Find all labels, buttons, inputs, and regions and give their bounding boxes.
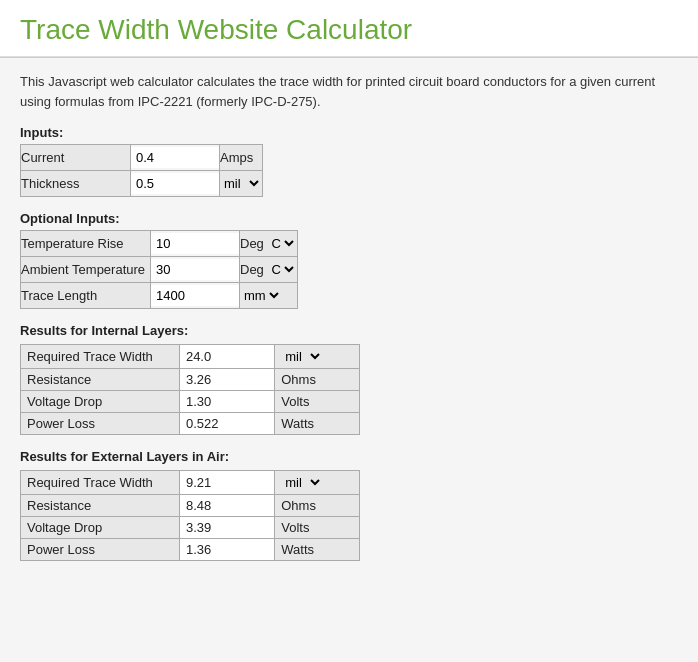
external-trace-width-label: Required Trace Width (21, 471, 180, 495)
internal-trace-width-unit-select[interactable]: mil mm in (281, 348, 323, 365)
result-row-internal-voltage-drop: Voltage Drop 1.30 Volts (21, 391, 360, 413)
ambient-temp-label: Ambient Temperature (21, 257, 151, 283)
ambient-temp-input[interactable] (151, 259, 239, 280)
page-title: Trace Width Website Calculator (20, 14, 678, 46)
input-row-trace-length: Trace Length mm cm m in ft (21, 283, 298, 309)
external-power-loss-value: 1.36 (179, 539, 274, 561)
optional-inputs-label: Optional Inputs: (20, 211, 678, 226)
thickness-input[interactable] (131, 173, 219, 194)
internal-voltage-drop-value: 1.30 (179, 391, 274, 413)
internal-voltage-drop-label: Voltage Drop (21, 391, 180, 413)
internal-resistance-label: Resistance (21, 369, 180, 391)
inputs-label: Inputs: (20, 125, 678, 140)
result-row-external-voltage-drop: Voltage Drop 3.39 Volts (21, 517, 360, 539)
internal-power-loss-label: Power Loss (21, 413, 180, 435)
current-input-cell (131, 145, 220, 171)
trace-length-input[interactable] (151, 285, 239, 306)
input-row-thickness: Thickness mil oz mm (21, 171, 263, 197)
internal-voltage-drop-unit: Volts (275, 391, 360, 413)
result-row-internal-trace-width: Required Trace Width 24.0 mil mm in (21, 345, 360, 369)
internal-results-table: Required Trace Width 24.0 mil mm in Resi… (20, 344, 360, 435)
input-row-ambient-temp: Ambient Temperature Deg C F (21, 257, 298, 283)
ambient-temp-input-cell (151, 257, 240, 283)
current-unit: Amps (220, 145, 263, 171)
result-row-external-resistance: Resistance 8.48 Ohms (21, 495, 360, 517)
trace-length-unit-cell[interactable]: mm cm m in ft (240, 283, 298, 309)
thickness-label: Thickness (21, 171, 131, 197)
thickness-unit-cell[interactable]: mil oz mm (220, 171, 263, 197)
temp-rise-input-cell (151, 231, 240, 257)
external-resistance-unit: Ohms (275, 495, 360, 517)
external-resistance-value: 8.48 (179, 495, 274, 517)
content: This Javascript web calculator calculate… (0, 58, 698, 585)
temp-rise-input[interactable] (151, 233, 239, 254)
internal-trace-width-unit[interactable]: mil mm in (275, 345, 360, 369)
current-input[interactable] (131, 147, 219, 168)
page-wrapper: Trace Width Website Calculator This Java… (0, 0, 698, 662)
internal-resistance-unit: Ohms (275, 369, 360, 391)
description: This Javascript web calculator calculate… (20, 72, 678, 111)
external-trace-width-unit[interactable]: mil mm in (275, 471, 360, 495)
external-voltage-drop-unit: Volts (275, 517, 360, 539)
trace-length-label: Trace Length (21, 283, 151, 309)
internal-resistance-value: 3.26 (179, 369, 274, 391)
external-results-table: Required Trace Width 9.21 mil mm in Resi… (20, 470, 360, 561)
temp-rise-label: Temperature Rise (21, 231, 151, 257)
external-trace-width-value: 9.21 (179, 471, 274, 495)
trace-length-unit-select[interactable]: mm cm m in ft (240, 287, 282, 304)
thickness-input-cell (131, 171, 220, 197)
optional-inputs-table: Temperature Rise Deg C F Ambient Tempera… (20, 230, 298, 309)
external-power-loss-label: Power Loss (21, 539, 180, 561)
ambient-temp-unit-cell[interactable]: Deg C F (240, 257, 298, 283)
internal-power-loss-value: 0.522 (179, 413, 274, 435)
internal-trace-width-value: 24.0 (179, 345, 274, 369)
result-row-internal-resistance: Resistance 3.26 Ohms (21, 369, 360, 391)
result-row-external-power-loss: Power Loss 1.36 Watts (21, 539, 360, 561)
thickness-unit-select[interactable]: mil oz mm (220, 175, 262, 192)
external-power-loss-unit: Watts (275, 539, 360, 561)
input-row-temp-rise: Temperature Rise Deg C F (21, 231, 298, 257)
external-results-heading: Results for External Layers in Air: (20, 449, 678, 464)
external-voltage-drop-label: Voltage Drop (21, 517, 180, 539)
temp-rise-unit-select[interactable]: C F (267, 235, 297, 252)
internal-trace-width-label: Required Trace Width (21, 345, 180, 369)
internal-results-heading: Results for Internal Layers: (20, 323, 678, 338)
external-trace-width-unit-select[interactable]: mil mm in (281, 474, 323, 491)
result-row-internal-power-loss: Power Loss 0.522 Watts (21, 413, 360, 435)
temp-rise-unit-cell[interactable]: Deg C F (240, 231, 298, 257)
inputs-table: Current Amps Thickness mil oz (20, 144, 263, 197)
result-row-external-trace-width: Required Trace Width 9.21 mil mm in (21, 471, 360, 495)
header: Trace Width Website Calculator (0, 0, 698, 57)
current-label: Current (21, 145, 131, 171)
external-resistance-label: Resistance (21, 495, 180, 517)
ambient-temp-unit-select[interactable]: C F (267, 261, 297, 278)
external-voltage-drop-value: 3.39 (179, 517, 274, 539)
internal-power-loss-unit: Watts (275, 413, 360, 435)
input-row-current: Current Amps (21, 145, 263, 171)
trace-length-input-cell (151, 283, 240, 309)
